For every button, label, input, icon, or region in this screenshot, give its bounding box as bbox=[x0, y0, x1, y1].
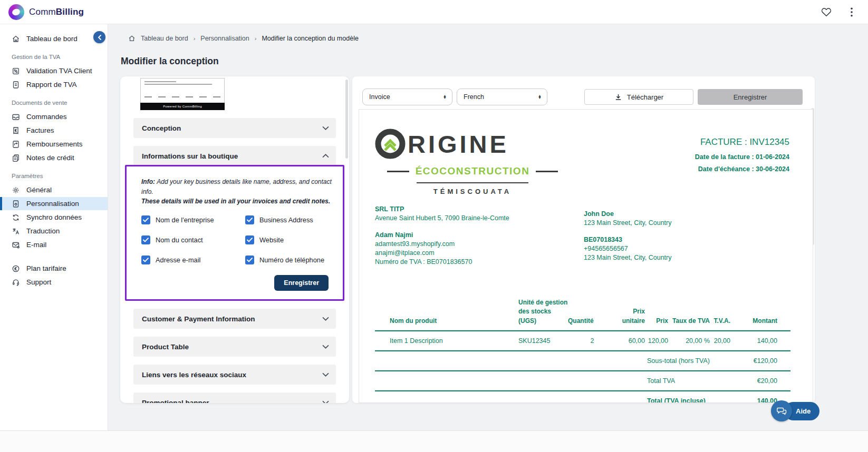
receipt-euro-icon bbox=[12, 126, 20, 135]
sidebar: Tableau de bord Gestion de la TVA Valida… bbox=[0, 24, 108, 430]
checkbox-icon[interactable] bbox=[141, 256, 150, 264]
accordion-store-info[interactable]: Informations sur la boutique bbox=[133, 146, 336, 166]
accordion-title: Conception bbox=[142, 124, 181, 132]
invoice-number: FACTURE : INV12345 bbox=[695, 137, 789, 148]
logo-wordmark: RIGINE bbox=[408, 132, 509, 156]
chevron-down-icon bbox=[322, 317, 329, 321]
sidebar-item-data-sync[interactable]: Synchro données bbox=[0, 211, 108, 224]
customer-name: John Doe bbox=[584, 210, 672, 219]
sidebar-collapse-button[interactable] bbox=[93, 31, 105, 43]
checkbox-company-name: Nom de l'entreprise bbox=[141, 215, 245, 224]
breadcrumb: Tableau de bord › Personnalisation › Mod… bbox=[128, 35, 359, 42]
seller-address: Avenue Saint Hubert 5, 7090 Braine-le-Co… bbox=[375, 214, 509, 223]
download-icon bbox=[614, 93, 622, 101]
accordion-social-links[interactable]: Liens vers les réseaux sociaux bbox=[133, 365, 336, 385]
checkbox-icon[interactable] bbox=[141, 215, 150, 224]
accordion-customer-payment[interactable]: Customer & Payment Information bbox=[133, 309, 336, 329]
store-info-help-text-2: These details will be used in all your i… bbox=[134, 198, 333, 205]
percent-document-icon bbox=[12, 67, 20, 75]
checkbox-icon[interactable] bbox=[245, 235, 254, 244]
sidebar-item-label: Rapport de TVA bbox=[26, 81, 77, 89]
customer-block: John Doe 123 Main Street, City, Country … bbox=[584, 210, 672, 262]
preview-panel: Invoice ▲▼ French ▲▼ Télécharger Enregis… bbox=[352, 76, 815, 403]
template-thumbnail-page bbox=[140, 78, 225, 103]
translate-icon bbox=[12, 227, 20, 235]
invoice-logo: RIGINE ÉCOCONSTRUCTION TÉMISCOUATA bbox=[375, 129, 570, 195]
help-button[interactable]: Aide bbox=[771, 400, 819, 421]
sidebar-item-label: Général bbox=[26, 186, 52, 194]
template-thumbnail[interactable]: Powered by CommBilling bbox=[140, 78, 225, 110]
breadcrumb-personalization[interactable]: Personnalisation bbox=[200, 35, 249, 42]
sidebar-section-settings: Paramètres bbox=[0, 173, 108, 179]
template-type-select[interactable]: Invoice ▲▼ bbox=[362, 89, 452, 105]
sidebar-section-sales-docs: Documents de vente bbox=[0, 100, 108, 106]
template-type-value: Invoice bbox=[369, 93, 390, 101]
language-select[interactable]: French ▲▼ bbox=[457, 89, 547, 105]
preview-save-button[interactable]: Enregistrer bbox=[698, 89, 803, 105]
sync-icon bbox=[12, 213, 20, 222]
seller-block: SRL TITP Avenue Saint Hubert 5, 7090 Bra… bbox=[375, 205, 509, 267]
seller-contact: Adam Najmi bbox=[375, 231, 509, 240]
sidebar-item-translation[interactable]: Traduction bbox=[0, 224, 108, 238]
sidebar-item-pricing-plan[interactable]: Plan tarifaire bbox=[0, 262, 108, 275]
accordion-title: Promotional banner bbox=[142, 399, 209, 403]
panel-scrollbar[interactable] bbox=[345, 80, 348, 159]
invoice-meta: FACTURE : INV12345 Date de la facture : … bbox=[695, 137, 789, 178]
sidebar-item-label: Traduction bbox=[26, 227, 60, 235]
col-price: Prix bbox=[645, 298, 668, 331]
invoice-grand-total-row: Total (TVA incluse) 140,00 bbox=[375, 391, 790, 403]
page-bottom-strip bbox=[0, 430, 868, 452]
sidebar-item-invoices[interactable]: Factures bbox=[0, 124, 108, 137]
accordion-conception[interactable]: Conception bbox=[133, 118, 336, 138]
col-vat: T.V.A. bbox=[710, 298, 730, 331]
envelope-icon bbox=[12, 113, 20, 121]
sidebar-item-label: Commandes bbox=[26, 113, 67, 121]
chat-bubbles-icon bbox=[771, 400, 792, 421]
sidebar-item-label: Notes de crédit bbox=[26, 154, 74, 162]
sidebar-item-orders[interactable]: Commandes bbox=[0, 110, 108, 123]
sidebar-item-dashboard[interactable]: Tableau de bord bbox=[0, 32, 108, 45]
accordion-title: Informations sur la boutique bbox=[142, 152, 238, 160]
chevron-down-icon bbox=[322, 372, 329, 377]
sidebar-item-credit-notes[interactable]: Notes de crédit bbox=[0, 151, 108, 164]
checkbox-business-address: Business Address bbox=[245, 215, 333, 224]
sidebar-item-vat-validation[interactable]: Validation TVA Client bbox=[0, 64, 108, 77]
checkbox-icon[interactable] bbox=[245, 256, 254, 264]
customer-vat: BE07018343 bbox=[584, 235, 672, 244]
sidebar-item-personalization[interactable]: Personnalisation bbox=[0, 197, 108, 210]
seller-company: SRL TITP bbox=[375, 205, 509, 214]
breadcrumb-current: Modifier la conception du modèle bbox=[262, 35, 358, 42]
accordion-promo-banner[interactable]: Promotional banner bbox=[133, 392, 336, 403]
sidebar-item-email[interactable]: E-mail bbox=[0, 238, 108, 251]
logo-dash bbox=[536, 171, 558, 172]
seller-email: anajmi@itplace.com bbox=[375, 249, 509, 258]
sidebar-item-label: Validation TVA Client bbox=[26, 67, 92, 75]
sidebar-item-label: Personnalisation bbox=[26, 200, 79, 208]
checkbox-icon[interactable] bbox=[141, 235, 150, 244]
sidebar-item-vat-report[interactable]: Rapport de TVA bbox=[0, 78, 108, 91]
customer-phone: +94565656567 bbox=[584, 244, 672, 253]
sidebar-item-general[interactable]: Général bbox=[0, 183, 108, 196]
kebab-menu-icon[interactable] bbox=[846, 6, 857, 18]
seller-website: adamtest93.myshopify.com bbox=[375, 240, 509, 249]
accordion-product-table[interactable]: Product Table bbox=[133, 337, 336, 357]
sidebar-item-label: Plan tarifaire bbox=[26, 264, 66, 272]
sidebar-item-label: Synchro données bbox=[26, 213, 82, 221]
col-product: Nom du produit bbox=[375, 298, 518, 331]
invoice-preview: RIGINE ÉCOCONSTRUCTION TÉMISCOUATA FACTU… bbox=[359, 109, 813, 403]
gear-icon bbox=[12, 186, 20, 194]
home-icon bbox=[128, 35, 136, 42]
favorite-heart-icon[interactable] bbox=[821, 6, 832, 18]
checkbox-icon[interactable] bbox=[245, 215, 254, 224]
euro-circle-icon bbox=[12, 264, 20, 273]
download-button[interactable]: Télécharger bbox=[584, 89, 693, 105]
app-logo: CommBilling bbox=[8, 4, 84, 20]
sidebar-item-support[interactable]: Support bbox=[0, 276, 108, 289]
col-quantity: Quantité bbox=[568, 298, 616, 331]
main-content: Tableau de bord › Personnalisation › Mod… bbox=[108, 24, 868, 430]
store-info-save-button[interactable]: Enregistrer bbox=[274, 275, 329, 291]
breadcrumb-dashboard[interactable]: Tableau de bord bbox=[141, 35, 188, 42]
chevron-up-icon bbox=[322, 154, 329, 158]
origine-o-icon bbox=[375, 129, 406, 159]
sidebar-item-refunds[interactable]: Remboursements bbox=[0, 137, 108, 151]
